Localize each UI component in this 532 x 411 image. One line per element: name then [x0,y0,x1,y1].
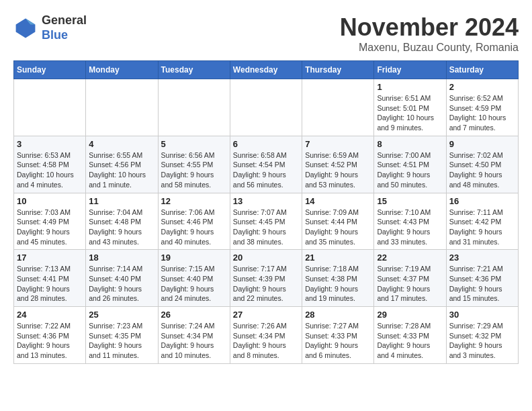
header-tuesday: Tuesday [158,61,230,79]
day-number: 6 [233,139,299,149]
day-number: 28 [305,310,371,320]
logo: General Blue [13,13,87,42]
day-number: 17 [17,253,83,263]
day-info: Sunrise: 7:29 AMSunset: 4:32 PMDaylight:… [449,321,515,361]
day-info: Sunrise: 7:06 AMSunset: 4:46 PMDaylight:… [161,208,227,247]
day-info: Sunrise: 7:22 AMSunset: 4:36 PMDaylight:… [17,321,83,361]
day-number: 4 [89,139,154,149]
day-number: 7 [305,139,371,149]
calendar-week-3: 10Sunrise: 7:03 AMSunset: 4:49 PMDayligh… [14,193,519,250]
calendar-cell: 15Sunrise: 7:10 AMSunset: 4:43 PMDayligh… [374,193,446,250]
day-info: Sunrise: 7:15 AMSunset: 4:40 PMDaylight:… [161,264,227,304]
calendar-cell: 9Sunrise: 7:02 AMSunset: 4:50 PMDaylight… [446,136,518,193]
day-info: Sunrise: 7:02 AMSunset: 4:50 PMDaylight:… [449,150,515,190]
day-info: Sunrise: 7:17 AMSunset: 4:39 PMDaylight:… [233,264,299,304]
day-number: 18 [89,253,154,263]
calendar-cell [158,79,230,136]
calendar-cell: 27Sunrise: 7:26 AMSunset: 4:34 PMDayligh… [230,307,302,364]
calendar-cell: 10Sunrise: 7:03 AMSunset: 4:49 PMDayligh… [14,193,86,250]
day-info: Sunrise: 7:04 AMSunset: 4:48 PMDaylight:… [89,208,154,247]
day-number: 15 [377,196,443,206]
day-number: 20 [233,253,299,263]
day-number: 2 [449,82,515,92]
day-info: Sunrise: 7:14 AMSunset: 4:40 PMDaylight:… [89,264,154,304]
calendar-cell: 5Sunrise: 6:56 AMSunset: 4:55 PMDaylight… [158,136,230,193]
calendar-header-row: Sunday Monday Tuesday Wednesday Thursday… [14,61,519,79]
header-monday: Monday [86,61,158,79]
day-info: Sunrise: 7:00 AMSunset: 4:51 PMDaylight:… [377,150,443,190]
calendar-week-4: 17Sunrise: 7:13 AMSunset: 4:41 PMDayligh… [14,250,519,307]
calendar-cell: 21Sunrise: 7:18 AMSunset: 4:38 PMDayligh… [302,250,374,307]
calendar-cell: 17Sunrise: 7:13 AMSunset: 4:41 PMDayligh… [14,250,86,307]
calendar-cell: 6Sunrise: 6:58 AMSunset: 4:54 PMDaylight… [230,136,302,193]
calendar-cell: 29Sunrise: 7:28 AMSunset: 4:33 PMDayligh… [374,307,446,364]
day-info: Sunrise: 7:23 AMSunset: 4:35 PMDaylight:… [89,321,154,361]
calendar-cell: 26Sunrise: 7:24 AMSunset: 4:34 PMDayligh… [158,307,230,364]
calendar-cell: 25Sunrise: 7:23 AMSunset: 4:35 PMDayligh… [86,307,158,364]
day-number: 22 [377,253,443,263]
day-info: Sunrise: 7:26 AMSunset: 4:34 PMDaylight:… [233,321,299,361]
calendar-cell: 20Sunrise: 7:17 AMSunset: 4:39 PMDayligh… [230,250,302,307]
calendar-cell: 19Sunrise: 7:15 AMSunset: 4:40 PMDayligh… [158,250,230,307]
header-sunday: Sunday [14,61,86,79]
day-number: 19 [161,253,227,263]
day-number: 1 [377,82,443,92]
calendar-cell: 11Sunrise: 7:04 AMSunset: 4:48 PMDayligh… [86,193,158,250]
day-info: Sunrise: 6:55 AMSunset: 4:56 PMDaylight:… [89,150,154,190]
calendar-cell: 18Sunrise: 7:14 AMSunset: 4:40 PMDayligh… [86,250,158,307]
calendar-cell: 3Sunrise: 6:53 AMSunset: 4:58 PMDaylight… [14,136,86,193]
header-friday: Friday [374,61,446,79]
day-info: Sunrise: 7:03 AMSunset: 4:49 PMDaylight:… [17,208,83,247]
day-number: 24 [17,310,83,320]
month-title: November 2024 [340,13,519,42]
day-info: Sunrise: 7:18 AMSunset: 4:38 PMDaylight:… [305,264,371,304]
header-saturday: Saturday [446,61,518,79]
page-header: General Blue November 2024 Maxenu, Buzau… [13,13,519,54]
calendar-cell: 24Sunrise: 7:22 AMSunset: 4:36 PMDayligh… [14,307,86,364]
day-number: 23 [449,253,515,263]
calendar-cell: 2Sunrise: 6:52 AMSunset: 4:59 PMDaylight… [446,79,518,136]
calendar-cell: 22Sunrise: 7:19 AMSunset: 4:37 PMDayligh… [374,250,446,307]
day-number: 3 [17,139,83,149]
day-number: 25 [89,310,154,320]
calendar-cell: 14Sunrise: 7:09 AMSunset: 4:44 PMDayligh… [302,193,374,250]
day-info: Sunrise: 7:11 AMSunset: 4:42 PMDaylight:… [449,208,515,247]
calendar-week-2: 3Sunrise: 6:53 AMSunset: 4:58 PMDaylight… [14,136,519,193]
day-info: Sunrise: 6:52 AMSunset: 4:59 PMDaylight:… [449,93,515,133]
calendar-week-1: 1Sunrise: 6:51 AMSunset: 5:01 PMDaylight… [14,79,519,136]
day-number: 14 [305,196,371,206]
day-info: Sunrise: 7:10 AMSunset: 4:43 PMDaylight:… [377,208,443,247]
calendar-cell: 7Sunrise: 6:59 AMSunset: 4:52 PMDaylight… [302,136,374,193]
day-number: 8 [377,139,443,149]
calendar-cell [302,79,374,136]
logo-icon [13,16,38,40]
day-number: 11 [89,196,154,206]
calendar-cell: 4Sunrise: 6:55 AMSunset: 4:56 PMDaylight… [86,136,158,193]
header-thursday: Thursday [302,61,374,79]
day-number: 16 [449,196,515,206]
calendar-cell: 13Sunrise: 7:07 AMSunset: 4:45 PMDayligh… [230,193,302,250]
day-info: Sunrise: 6:58 AMSunset: 4:54 PMDaylight:… [233,150,299,190]
day-info: Sunrise: 7:13 AMSunset: 4:41 PMDaylight:… [17,264,83,304]
calendar-cell: 8Sunrise: 7:00 AMSunset: 4:51 PMDaylight… [374,136,446,193]
day-number: 13 [233,196,299,206]
day-info: Sunrise: 7:24 AMSunset: 4:34 PMDaylight:… [161,321,227,361]
calendar-week-5: 24Sunrise: 7:22 AMSunset: 4:36 PMDayligh… [14,307,519,364]
calendar-cell: 16Sunrise: 7:11 AMSunset: 4:42 PMDayligh… [446,193,518,250]
day-number: 29 [377,310,443,320]
calendar-cell: 12Sunrise: 7:06 AMSunset: 4:46 PMDayligh… [158,193,230,250]
day-info: Sunrise: 7:21 AMSunset: 4:36 PMDaylight:… [449,264,515,304]
location-title: Maxenu, Buzau County, Romania [340,42,519,54]
logo-text: General Blue [42,13,87,42]
header-wednesday: Wednesday [230,61,302,79]
calendar-cell [230,79,302,136]
day-info: Sunrise: 6:59 AMSunset: 4:52 PMDaylight:… [305,150,371,190]
day-number: 5 [161,139,227,149]
day-info: Sunrise: 6:53 AMSunset: 4:58 PMDaylight:… [17,150,83,190]
day-info: Sunrise: 6:56 AMSunset: 4:55 PMDaylight:… [161,150,227,190]
day-number: 27 [233,310,299,320]
day-number: 12 [161,196,227,206]
day-info: Sunrise: 7:27 AMSunset: 4:33 PMDaylight:… [305,321,371,361]
day-info: Sunrise: 7:28 AMSunset: 4:33 PMDaylight:… [377,321,443,361]
calendar-table: Sunday Monday Tuesday Wednesday Thursday… [13,60,519,364]
